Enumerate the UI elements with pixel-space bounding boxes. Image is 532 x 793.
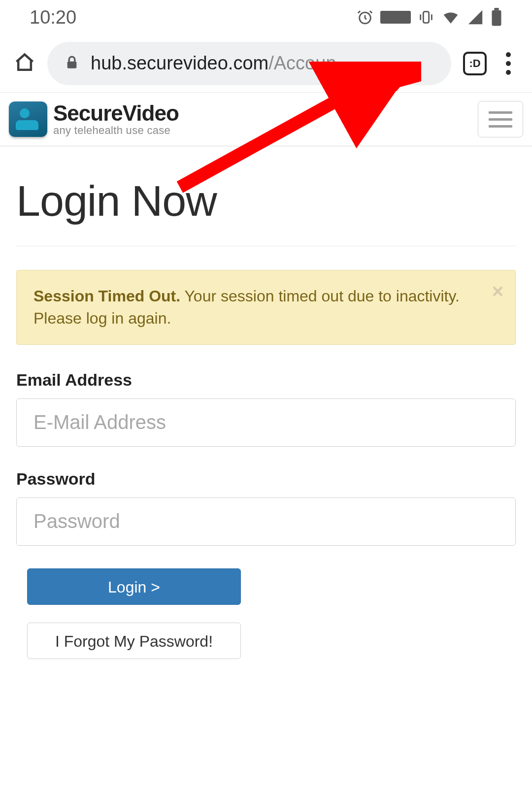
vibrate-icon [418, 9, 434, 26]
kebab-dot-icon [506, 61, 511, 66]
password-label: Password [16, 469, 516, 489]
email-label: Email Address [16, 370, 516, 390]
password-field[interactable] [16, 497, 516, 546]
url-path: /Accoun [268, 53, 336, 73]
brand-logo-icon [9, 101, 47, 137]
alert-heading: Session Timed Out. [33, 287, 180, 305]
battery-icon [491, 8, 502, 27]
app-header: SecureVideo any telehealth use case [0, 93, 532, 146]
svg-rect-2 [492, 10, 501, 26]
url-host: hub.securevideo.com [91, 53, 268, 73]
page-title: Login Now [16, 176, 516, 246]
page-content: Login Now × Session Timed Out. Your sess… [0, 146, 532, 659]
svg-rect-1 [423, 12, 429, 23]
status-icons: VoWiFi [357, 8, 502, 27]
email-field[interactable] [16, 398, 516, 447]
brand[interactable]: SecureVideo any telehealth use case [9, 101, 179, 137]
brand-subtitle: any telehealth use case [53, 125, 179, 136]
kebab-dot-icon [506, 52, 511, 57]
clock-time: 10:20 [30, 7, 76, 28]
alert-close-button[interactable]: × [492, 281, 503, 301]
url-text: hub.securevideo.com/Accoun [91, 53, 336, 74]
browser-toolbar: hub.securevideo.com/Accoun :D [0, 34, 532, 93]
kebab-dot-icon [506, 70, 511, 75]
session-timeout-alert: × Session Timed Out. Your session timed … [16, 270, 516, 345]
lock-icon [65, 55, 79, 72]
button-row: Login > I Forgot My Password! [16, 568, 516, 659]
alarm-icon [357, 9, 373, 26]
wifi-icon [441, 8, 460, 27]
home-icon[interactable] [14, 52, 35, 75]
forgot-password-button[interactable]: I Forgot My Password! [27, 623, 241, 659]
hamburger-bar-icon [489, 125, 512, 128]
svg-rect-3 [494, 8, 499, 10]
login-button[interactable]: Login > [27, 568, 241, 605]
hamburger-bar-icon [489, 118, 512, 121]
vowifi-icon: VoWiFi [380, 11, 411, 24]
svg-rect-4 [67, 61, 77, 68]
nav-menu-button[interactable] [478, 101, 523, 137]
password-field-group: Password [16, 469, 516, 546]
address-bar[interactable]: hub.securevideo.com/Accoun [47, 42, 451, 85]
status-bar: 10:20 VoWiFi [0, 0, 532, 34]
brand-title: SecureVideo [53, 102, 179, 124]
cell-signal-icon [467, 9, 484, 26]
tabs-button[interactable]: :D [463, 52, 487, 75]
email-field-group: Email Address [16, 370, 516, 447]
hamburger-bar-icon [489, 111, 512, 114]
browser-menu-button[interactable] [499, 52, 518, 75]
